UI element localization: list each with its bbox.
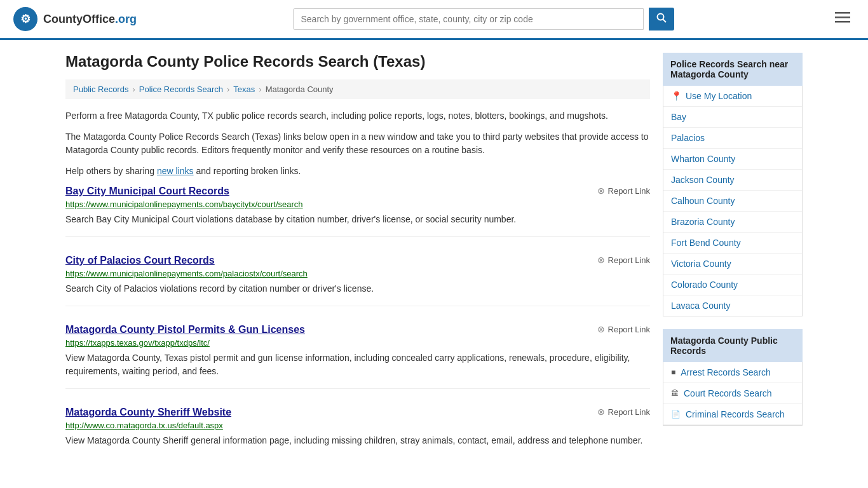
report-link-icon: ⊗	[597, 407, 605, 417]
description-1: Perform a free Matagorda County, TX publ…	[65, 109, 650, 123]
nearby-list-item[interactable]: Lavaca County	[663, 295, 802, 316]
result-url[interactable]: http://www.co.matagorda.tx.us/default.as…	[65, 421, 650, 430]
result-title-row: Matagorda County Pistol Permits & Gun Li…	[65, 324, 650, 336]
public-records-section: Matagorda County Public Records ■ Arrest…	[663, 329, 803, 426]
sidebar: Police Records Search near Matagorda Cou…	[663, 53, 803, 475]
result-title-row: City of Palacios Court Records ⊗ Report …	[65, 255, 650, 266]
nearby-link[interactable]: Colorado County	[671, 280, 738, 290]
page-title: Matagorda County Police Records Search (…	[65, 53, 650, 71]
public-records-item[interactable]: ■ Arrest Records Search	[663, 362, 802, 383]
svg-text:⚙: ⚙	[20, 13, 31, 25]
result-item: Matagorda County Sheriff Website ⊗ Repor…	[65, 407, 650, 458]
report-link-button[interactable]: ⊗ Report Link	[597, 407, 650, 417]
pub-rec-icon: 📄	[671, 410, 681, 419]
nearby-link[interactable]: Palacios	[671, 133, 705, 143]
result-url[interactable]: https://txapps.texas.gov/txapp/txdps/ltc…	[65, 338, 650, 348]
result-description: Search Bay City Municipal Court violatio…	[65, 213, 650, 226]
breadcrumb-police-records[interactable]: Police Records Search	[139, 85, 223, 94]
report-link-button[interactable]: ⊗ Report Link	[597, 186, 650, 196]
result-url[interactable]: https://www.municipalonlinepayments.com/…	[65, 200, 650, 209]
report-link-icon: ⊗	[597, 186, 605, 196]
breadcrumb-sep-3: ›	[259, 85, 261, 94]
result-description: View Matagorda County, Texas pistol perm…	[65, 351, 650, 378]
result-title-link[interactable]: Bay City Municipal Court Records	[65, 186, 229, 196]
breadcrumb-public-records[interactable]: Public Records	[73, 85, 128, 94]
result-title-link[interactable]: Matagorda County Sheriff Website	[65, 407, 231, 417]
public-records-item[interactable]: 📄 Criminal Records Search	[663, 404, 802, 425]
report-link-label: Report Link	[608, 255, 650, 265]
breadcrumb-current: Matagorda County	[266, 85, 334, 94]
report-link-icon: ⊗	[597, 324, 605, 334]
svg-rect-4	[835, 12, 850, 14]
use-location-link[interactable]: Use My Location	[686, 91, 752, 101]
results-list: Bay City Municipal Court Records ⊗ Repor…	[65, 186, 650, 458]
nearby-list-item[interactable]: Colorado County	[663, 274, 802, 295]
public-records-link[interactable]: Arrest Records Search	[681, 367, 771, 377]
search-button[interactable]	[649, 8, 674, 30]
result-title-row: Matagorda County Sheriff Website ⊗ Repor…	[65, 407, 650, 418]
nearby-list-item[interactable]: Wharton County	[663, 149, 802, 170]
result-item: Bay City Municipal Court Records ⊗ Repor…	[65, 186, 650, 237]
nearby-list-item[interactable]: Fort Bend County	[663, 233, 802, 254]
use-location-item[interactable]: 📍 Use My Location	[663, 86, 802, 107]
nearby-list-item[interactable]: Brazoria County	[663, 212, 802, 233]
nearby-link[interactable]: Brazoria County	[671, 217, 735, 227]
new-links-link[interactable]: new links	[157, 166, 194, 176]
result-item: Matagorda County Pistol Permits & Gun Li…	[65, 324, 650, 389]
hamburger-icon	[835, 12, 850, 24]
result-description: View Matagorda County Sheriff general in…	[65, 434, 650, 447]
public-records-list: ■ Arrest Records Search 🏛 Court Records …	[663, 362, 803, 426]
logo-text: CountyOffice.org	[43, 13, 137, 26]
result-title-row: Bay City Municipal Court Records ⊗ Repor…	[65, 186, 650, 197]
nearby-list-item[interactable]: Victoria County	[663, 254, 802, 274]
report-link-button[interactable]: ⊗ Report Link	[597, 255, 650, 265]
result-title: Matagorda County Pistol Permits & Gun Li…	[65, 324, 305, 336]
nearby-link[interactable]: Wharton County	[671, 154, 735, 164]
report-link-button[interactable]: ⊗ Report Link	[597, 324, 650, 334]
search-input[interactable]	[293, 8, 644, 30]
description-3: Help others by sharing new links and rep…	[65, 165, 650, 178]
nearby-link[interactable]: Bay	[671, 112, 686, 122]
breadcrumb: Public Records › Police Records Search ›…	[65, 79, 650, 99]
result-title: City of Palacios Court Records	[65, 255, 215, 266]
nearby-list-item[interactable]: Jackson County	[663, 170, 802, 191]
description-2: The Matagorda County Police Records Sear…	[65, 130, 650, 157]
report-link-label: Report Link	[608, 325, 650, 334]
search-area	[293, 8, 674, 30]
result-item: City of Palacios Court Records ⊗ Report …	[65, 255, 650, 306]
location-pin-icon: 📍	[671, 91, 682, 101]
breadcrumb-texas[interactable]: Texas	[233, 85, 255, 94]
nearby-link[interactable]: Fort Bend County	[671, 238, 741, 248]
report-link-icon: ⊗	[597, 255, 605, 265]
result-title-link[interactable]: City of Palacios Court Records	[65, 255, 215, 266]
nearby-list-item[interactable]: Calhoun County	[663, 191, 802, 212]
public-records-link[interactable]: Court Records Search	[684, 388, 772, 398]
nearby-link[interactable]: Lavaca County	[671, 301, 730, 311]
nearby-list-item[interactable]: Palacios	[663, 128, 802, 149]
public-records-header: Matagorda County Public Records	[663, 329, 803, 362]
logo[interactable]: ⚙ CountyOffice.org	[13, 6, 137, 32]
svg-line-3	[663, 20, 666, 23]
nearby-link[interactable]: Jackson County	[671, 175, 735, 185]
nearby-link[interactable]: Victoria County	[671, 259, 731, 269]
report-link-label: Report Link	[608, 407, 650, 417]
svg-point-2	[657, 14, 663, 20]
report-link-label: Report Link	[608, 186, 650, 196]
nearby-list-item[interactable]: Bay	[663, 107, 802, 128]
nearby-section: Police Records Search near Matagorda Cou…	[663, 53, 803, 316]
breadcrumb-sep-1: ›	[132, 85, 135, 94]
nearby-link[interactable]: Calhoun County	[671, 196, 735, 206]
header: ⚙ CountyOffice.org	[0, 0, 868, 40]
svg-rect-5	[835, 17, 850, 18]
logo-icon: ⚙	[13, 6, 38, 32]
result-title: Matagorda County Sheriff Website	[65, 407, 231, 418]
nearby-header: Police Records Search near Matagorda Cou…	[663, 53, 803, 86]
result-title: Bay City Municipal Court Records	[65, 186, 229, 197]
public-records-link[interactable]: Criminal Records Search	[686, 409, 785, 419]
result-url[interactable]: https://www.municipalonlinepayments.com/…	[65, 269, 650, 278]
menu-button[interactable]	[830, 8, 855, 30]
breadcrumb-sep-2: ›	[227, 85, 229, 94]
content-area: Matagorda County Police Records Search (…	[65, 53, 650, 475]
result-title-link[interactable]: Matagorda County Pistol Permits & Gun Li…	[65, 324, 305, 335]
public-records-item[interactable]: 🏛 Court Records Search	[663, 383, 802, 404]
